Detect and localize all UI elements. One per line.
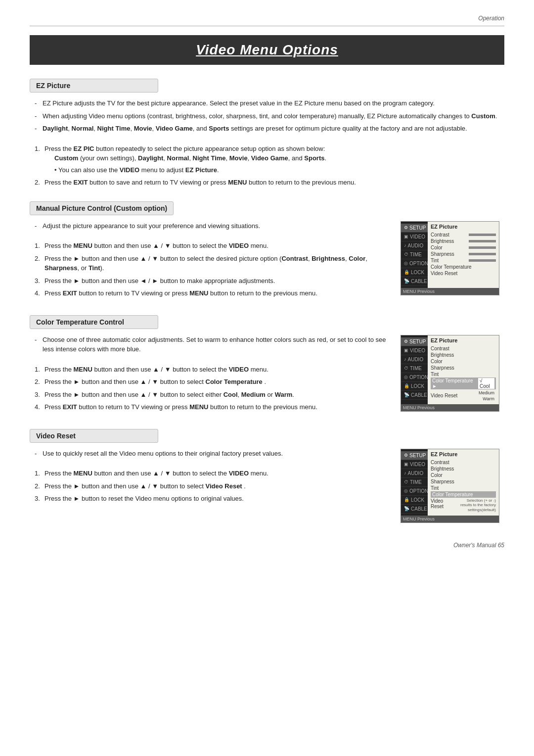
- menu-row3-sharpness: Sharpness: [431, 478, 496, 485]
- menu-bottom-2: MENU Previous: [401, 404, 499, 411]
- sidebar-lock-3: 🔒 LOCK: [401, 496, 428, 505]
- sidebar-setup-3: ⚙ SETUP: [401, 451, 428, 460]
- sidebar-video: ▣ VIDEO: [401, 233, 428, 241]
- video-reset-text: Use to quickly reset all the Video menu …: [35, 449, 389, 507]
- menu-row3-color: Color: [431, 472, 496, 478]
- menu-row-contrast: Contrast: [431, 232, 496, 238]
- menu-screenshot-1: ⚙ SETUP ▣ VIDEO ♪ AUDIO ⏱ TIME ◎ OPTION …: [400, 221, 499, 295]
- menu-main-2: EZ Picture Contrast Brightness Color Sha…: [428, 335, 499, 404]
- menu-row3-videoreset: Video Reset Selection (+ or -) results t…: [431, 498, 496, 513]
- menu-row2-tint: Tint: [431, 371, 496, 378]
- menu-title-1: EZ Picture: [431, 224, 496, 230]
- manual-picture-text: Adjust the picture appearance to suit yo…: [35, 221, 389, 301]
- sidebar-audio-3: ♪ AUDIO: [401, 469, 428, 478]
- menu-main-3: EZ Picture Contrast Brightness Color Sha…: [428, 449, 499, 516]
- sidebar-option: ◎ OPTION: [401, 259, 428, 268]
- video-reset-layout: Use to quickly reset all the Video menu …: [35, 449, 499, 523]
- color-temp-heading: Color Temperature Control: [30, 315, 158, 329]
- sidebar-option-2: ◎ OPTION: [401, 373, 428, 382]
- menu-row2-videoreset: Video Reset Medium Warm: [431, 389, 496, 402]
- menu-row2-color: Color: [431, 358, 496, 365]
- sidebar-audio-2: ♪ AUDIO: [401, 355, 428, 364]
- ez-bullet-3: Daylight, Normal, Night Time, Movie, Vid…: [35, 124, 499, 134]
- sidebar-time-3: ⏱ TIME: [401, 478, 428, 487]
- menu-row2-colortemp: Color Temperature ► √ Cool: [431, 378, 496, 389]
- menu-title-3: EZ Picture: [431, 451, 496, 457]
- menu-row-tint: Tint: [431, 257, 496, 264]
- ez-picture-heading: EZ Picture: [30, 79, 158, 93]
- sidebar-cable-2: 📡 CABLE: [401, 391, 428, 400]
- color-temp-text: Choose one of three automatic color adju…: [35, 335, 389, 415]
- page-footer: Owner's Manual 65: [30, 538, 504, 549]
- menu-main-1: EZ Picture Contrast Brightness Color: [428, 222, 499, 288]
- manual-picture-section: Manual Picture Control (Custom option) A…: [30, 201, 504, 301]
- manual-step-4: 4. Press EXIT button to return to TV vie…: [35, 288, 389, 298]
- menu-row-colortemp: Color Temperature: [431, 264, 496, 270]
- sidebar-cable-3: 📡 CABLE: [401, 505, 428, 514]
- color-temp-section: Color Temperature Control Choose one of …: [30, 315, 504, 415]
- manual-picture-layout: Adjust the picture appearance to suit yo…: [35, 221, 499, 301]
- page-header: Operation: [30, 15, 504, 22]
- video-reset-step-1: 1. Press the MENU button and then use ▲ …: [35, 469, 389, 478]
- manual-step-1: 1. Press the MENU button and then use ▲ …: [35, 241, 389, 251]
- sidebar-cable: 📡 CABLE: [401, 277, 428, 286]
- menu-row-color: Color: [431, 244, 496, 251]
- manual-bullet-1: Adjust the picture appearance to suit yo…: [35, 221, 389, 231]
- sidebar-lock: 🔒 LOCK: [401, 268, 428, 277]
- manual-picture-heading: Manual Picture Control (Custom option): [30, 201, 174, 215]
- color-temp-step-4: 4. Press EXIT button to return to TV vie…: [35, 402, 389, 412]
- menu-screenshot-3: ⚙ SETUP ▣ VIDEO ♪ AUDIO ⏱ TIME ◎ OPTION …: [400, 449, 499, 523]
- menu-title-2: EZ Picture: [431, 337, 496, 343]
- sidebar-audio: ♪ AUDIO: [401, 241, 428, 250]
- menu-bottom-3: MENU Previous: [401, 516, 499, 522]
- menu-sidebar-2: ⚙ SETUP ▣ VIDEO ♪ AUDIO ⏱ TIME ◎ OPTION …: [401, 335, 428, 404]
- sidebar-time-2: ⏱ TIME: [401, 364, 428, 373]
- sidebar-video-2: ▣ VIDEO: [401, 346, 428, 355]
- ez-step-2: 2. Press the EXIT button to save and ret…: [35, 178, 499, 188]
- manual-step-3: 3. Press the ► button and then use ◄ / ►…: [35, 276, 389, 286]
- menu-row-videoreset: Video Reset: [431, 270, 496, 277]
- menu-row-brightness: Brightness: [431, 238, 496, 244]
- video-reset-bullet-1: Use to quickly reset all the Video menu …: [35, 449, 389, 459]
- color-temp-step-1: 1. Press the MENU button and then use ▲ …: [35, 365, 389, 375]
- ez-bullet-2: When adjusting Video menu options (contr…: [35, 111, 499, 121]
- ez-picture-section: EZ Picture EZ Picture adjusts the TV for…: [30, 79, 504, 188]
- menu-sidebar-3: ⚙ SETUP ▣ VIDEO ♪ AUDIO ⏱ TIME ◎ OPTION …: [401, 449, 428, 516]
- color-temp-layout: Choose one of three automatic color adju…: [35, 335, 499, 415]
- manual-picture-content: Adjust the picture appearance to suit yo…: [30, 221, 504, 301]
- menu-sidebar-1: ⚙ SETUP ▣ VIDEO ♪ AUDIO ⏱ TIME ◎ OPTION …: [401, 222, 428, 288]
- menu-row2-contrast: Contrast: [431, 345, 496, 352]
- sidebar-setup: ⚙ SETUP: [401, 224, 428, 233]
- menu-row3-brightness: Brightness: [431, 466, 496, 472]
- sidebar-lock-2: 🔒 LOCK: [401, 382, 428, 391]
- video-reset-section: Video Reset Use to quickly reset all the…: [30, 429, 504, 523]
- page-title: Video Menu Options: [30, 35, 504, 65]
- top-divider: [30, 26, 504, 26]
- video-reset-content: Use to quickly reset all the Video menu …: [30, 449, 504, 523]
- color-temp-bullet-1: Choose one of three automatic color adju…: [35, 335, 389, 354]
- menu-row2-sharpness: Sharpness: [431, 365, 496, 371]
- sidebar-setup-2: ⚙ SETUP: [401, 337, 428, 346]
- sidebar-time: ⏱ TIME: [401, 250, 428, 259]
- menu-row3-contrast: Contrast: [431, 459, 496, 466]
- color-temp-step-3: 3. Press the ► button and then use ▲ / ▼…: [35, 390, 389, 400]
- ez-bullet-1: EZ Picture adjusts the TV for the best p…: [35, 98, 499, 108]
- video-reset-step-3: 3. Press the ► button to reset the Video…: [35, 494, 389, 504]
- menu-bottom-1: MENU Previous: [401, 288, 499, 295]
- color-temp-content: Choose one of three automatic color adju…: [30, 335, 504, 415]
- sidebar-video-3: ▣ VIDEO: [401, 460, 428, 469]
- ez-picture-content: EZ Picture adjusts the TV for the best p…: [30, 98, 504, 188]
- ez-step-1: 1. Press the EZ PIC button repeatedly to…: [35, 144, 499, 175]
- video-reset-step-2: 2. Press the ► button and then use ▲ / ▼…: [35, 481, 389, 491]
- manual-step-2: 2. Press the ► button and then use ▲ / ▼…: [35, 254, 389, 273]
- menu-screenshot-2: ⚙ SETUP ▣ VIDEO ♪ AUDIO ⏱ TIME ◎ OPTION …: [400, 335, 499, 412]
- menu-row3-tint: Tint: [431, 485, 496, 491]
- menu-row-sharpness: Sharpness: [431, 251, 496, 257]
- video-reset-heading: Video Reset: [30, 429, 158, 443]
- menu-row2-brightness: Brightness: [431, 352, 496, 358]
- sidebar-option-3: ◎ OPTION: [401, 487, 428, 496]
- color-temp-step-2: 2. Press the ► button and then use ▲ / ▼…: [35, 377, 389, 387]
- menu-row3-colortemp: Color Temperature: [431, 491, 496, 498]
